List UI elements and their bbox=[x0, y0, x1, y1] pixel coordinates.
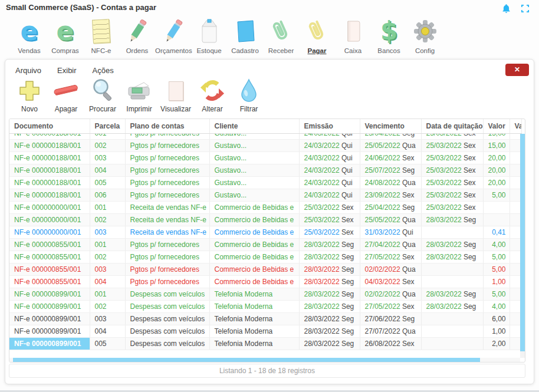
menu-arquivo[interactable]: Arquivo bbox=[15, 66, 41, 75]
module-receber[interactable]: Receber bbox=[263, 16, 299, 54]
module-pagar[interactable]: Pagar bbox=[299, 16, 335, 54]
fullscreen-icon[interactable] bbox=[521, 4, 530, 13]
module-orcamentos[interactable]: Orçamentos bbox=[155, 16, 191, 54]
cell-vencimento: 27/05/2022 Sex bbox=[360, 251, 421, 263]
module-config[interactable]: Config bbox=[407, 16, 443, 54]
cell-cliente: Commercio de Bebidas e bbox=[209, 213, 299, 226]
cell-documento: NF-e 000000000/001 bbox=[9, 226, 90, 238]
column-header-emissao[interactable]: Emissão bbox=[299, 119, 360, 133]
cell-cliente: Commercio de Bebidas e bbox=[209, 275, 299, 288]
close-window-button[interactable]: ✕ bbox=[505, 64, 529, 76]
imprimir-button[interactable]: Imprimir bbox=[122, 77, 156, 113]
table-row[interactable]: NF-e 000000188/001002Pgtos p/ fornecedor… bbox=[9, 139, 521, 151]
cell-valor: 0,41 bbox=[483, 226, 510, 238]
alterar-button[interactable]: Alterar bbox=[195, 77, 229, 113]
column-header-documento[interactable]: Documento bbox=[9, 119, 90, 133]
data-grid: DocumentoParcelaPlano de contasClienteEm… bbox=[9, 119, 522, 350]
cell-documento: NF-e 000000855/001 bbox=[9, 238, 90, 251]
table-row[interactable]: NF-e 000000188/001006Pgtos p/ fornecedor… bbox=[9, 189, 521, 201]
module-bancos[interactable]: $Bancos bbox=[371, 16, 407, 54]
cell-parcela: 002 bbox=[90, 251, 125, 263]
column-header-data-de-quitacao[interactable]: Data de quitação bbox=[421, 119, 483, 133]
cell-emissao: 25/03/2022 Sex bbox=[299, 201, 360, 213]
table-row[interactable]: NF-e 000000855/001003Pgtos p/ fornecedor… bbox=[9, 263, 521, 275]
cell-parcela: 005 bbox=[90, 337, 125, 350]
column-header-valor[interactable]: Valor bbox=[483, 119, 510, 133]
e-green-icon: e bbox=[47, 16, 83, 47]
table-row[interactable]: NF-e 000000000/001001Receita de vendas N… bbox=[9, 201, 521, 213]
table-row[interactable]: NF-e 000000899/001005Despesas com veícul… bbox=[9, 337, 521, 350]
cell-valor-pago bbox=[510, 337, 521, 350]
column-header-parcela[interactable]: Parcela bbox=[90, 119, 125, 133]
cell-parcela: 004 bbox=[90, 164, 125, 176]
novo-button[interactable]: Novo bbox=[12, 77, 47, 113]
page-icon bbox=[159, 77, 193, 104]
cell-plano: Despesas com veículos bbox=[125, 300, 209, 312]
cell-valor: 4,00 bbox=[483, 300, 510, 312]
table-row[interactable]: NF-e 000000188/001005Pgtos p/ fornecedor… bbox=[9, 176, 521, 189]
cell-plano: Pgtos p/ fornecedores bbox=[125, 189, 209, 201]
module-ordens[interactable]: Ordens bbox=[119, 16, 155, 54]
table-row[interactable]: NF-e 000000855/001004Pgtos p/ fornecedor… bbox=[9, 275, 521, 288]
cell-emissao: 24/03/2022 Qui bbox=[299, 189, 360, 201]
module-label: Compras bbox=[47, 47, 83, 54]
menu-acoes[interactable]: Ações bbox=[93, 66, 114, 75]
cell-documento: NF-e 000000000/001 bbox=[9, 213, 90, 226]
cell-documento: NF-e 000000855/001 bbox=[9, 251, 90, 263]
cell-valor-pago bbox=[510, 201, 521, 213]
module-label: Estoque bbox=[191, 47, 227, 54]
cell-valor: 4,00 bbox=[483, 238, 510, 251]
cell-valor: 15,00 bbox=[483, 133, 510, 139]
horizontal-scrollbar-thumb[interactable] bbox=[13, 358, 480, 362]
paperclip-yellow-icon bbox=[299, 16, 335, 47]
table-row[interactable]: NF-e 000000000/001002Receita de vendas N… bbox=[9, 213, 521, 226]
column-header-plano-de-contas[interactable]: Plano de contas bbox=[125, 119, 209, 133]
column-header-cliente[interactable]: Cliente bbox=[209, 119, 299, 133]
vertical-scrollbar[interactable] bbox=[520, 134, 525, 358]
apagar-button[interactable]: Apagar bbox=[49, 77, 83, 113]
cell-cliente: Commercio de Bebidas e bbox=[209, 226, 299, 238]
procurar-button[interactable]: Procurar bbox=[86, 77, 120, 113]
cell-plano: Pgtos p/ fornecedores bbox=[125, 139, 209, 151]
cell-valor: 5,00 bbox=[483, 189, 510, 201]
plus-yellow-icon bbox=[12, 77, 47, 104]
cell-valor-pago bbox=[510, 133, 521, 139]
module-cadastro[interactable]: Cadastro bbox=[227, 16, 263, 54]
module-estoque[interactable]: Estoque bbox=[191, 16, 227, 54]
table-row[interactable]: NF-e 000000899/001002Despesas com veícul… bbox=[9, 300, 521, 312]
cell-valor: 2,00 bbox=[483, 337, 510, 350]
table-row[interactable]: NF-e 000000899/001001Despesas com veícul… bbox=[9, 288, 521, 300]
table-row[interactable]: NF-e 000000188/001001Pgtos p/ fornecedor… bbox=[9, 133, 521, 139]
cell-vencimento: 27/05/2022 Sex bbox=[360, 300, 421, 312]
table-row[interactable]: NF-e 000000188/001004Pgtos p/ fornecedor… bbox=[9, 164, 521, 176]
book-icon bbox=[335, 16, 371, 47]
cell-quitacao: 28/03/2022 Seg bbox=[421, 300, 483, 312]
refresh-arrows-icon bbox=[195, 77, 229, 104]
bell-icon[interactable] bbox=[501, 4, 511, 14]
module-nfc-e[interactable]: NFC-e bbox=[83, 16, 119, 54]
note-icon bbox=[83, 16, 119, 47]
table-row[interactable]: NF-e 000000899/001003Despesas com veícul… bbox=[9, 312, 521, 325]
table-row[interactable]: NF-e 000000000/001003Receita de vendas N… bbox=[9, 226, 521, 238]
horizontal-scrollbar[interactable] bbox=[9, 358, 520, 362]
module-bar: eVendaseComprasNFC-eOrdensOrçamentosEsto… bbox=[11, 16, 443, 54]
column-header-vencimento[interactable]: Vencimento bbox=[360, 119, 421, 133]
table-row[interactable]: NF-e 000000899/001004Despesas com veícul… bbox=[9, 325, 521, 337]
cell-vencimento: 24/08/2022 Qua bbox=[360, 176, 421, 189]
menu-exibir[interactable]: Exibir bbox=[57, 66, 77, 75]
filtrar-button[interactable]: Filtrar bbox=[232, 77, 266, 113]
table-row[interactable]: NF-e 000000855/001001Pgtos p/ fornecedor… bbox=[9, 238, 521, 251]
module-vendas[interactable]: eVendas bbox=[11, 16, 47, 54]
table-row[interactable]: NF-e 000000188/001003Pgtos p/ fornecedor… bbox=[9, 151, 521, 164]
cell-cliente: Gustavo... bbox=[209, 189, 299, 201]
cell-documento: NF-e 000000899/001 bbox=[9, 325, 90, 337]
cell-cliente: Telefonia Moderna bbox=[209, 288, 299, 300]
payables-table: DocumentoParcelaPlano de contasClienteEm… bbox=[9, 118, 525, 363]
module-caixa[interactable]: Caixa bbox=[335, 16, 371, 54]
table-row[interactable]: NF-e 000000855/001002Pgtos p/ fornecedor… bbox=[9, 251, 521, 263]
module-compras[interactable]: eCompras bbox=[47, 16, 83, 54]
vertical-scrollbar-thumb[interactable] bbox=[520, 134, 525, 351]
action-label: Alterar bbox=[195, 105, 229, 113]
column-header-va[interactable]: Va bbox=[510, 119, 521, 133]
visualizar-button[interactable]: Visualizar bbox=[159, 77, 193, 113]
